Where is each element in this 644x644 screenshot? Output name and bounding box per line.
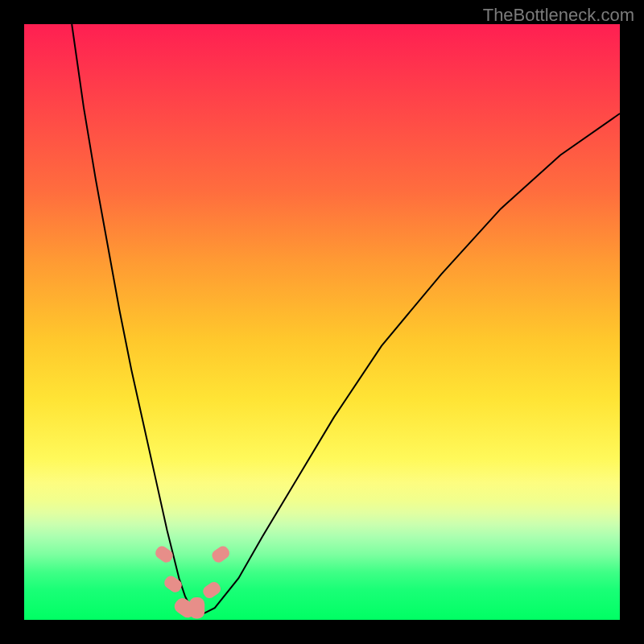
marker-group [153,544,231,621]
watermark-text: TheBottleneck.com [483,5,634,26]
chart-frame: TheBottleneck.com [0,0,644,644]
curve-svg [24,24,620,620]
curve-marker [189,597,204,618]
plot-area [24,24,620,620]
curve-marker [162,574,184,595]
bottleneck-curve [72,24,620,614]
curve-marker [201,580,223,601]
curve-marker [210,544,232,565]
